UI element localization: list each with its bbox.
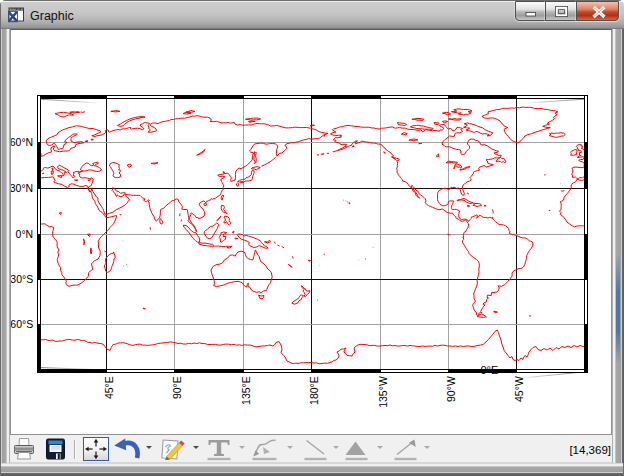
svg-text:135°E: 135°E — [240, 376, 252, 405]
svg-text:30°N: 30°N — [10, 182, 33, 194]
svg-text:60°S: 60°S — [10, 318, 33, 330]
svg-text:90°E: 90°E — [171, 376, 183, 399]
svg-text:45°E: 45°E — [103, 376, 115, 399]
svg-text:0°N: 0°N — [16, 228, 34, 240]
svg-text:45°W: 45°W — [513, 376, 525, 402]
svg-text:180°E: 180°E — [308, 376, 320, 405]
svg-text:60°N: 60°N — [10, 136, 33, 148]
svg-text:30°S: 30°S — [10, 273, 33, 285]
svg-text:90°W: 90°W — [445, 376, 457, 402]
svg-text:135°W: 135°W — [377, 376, 389, 408]
